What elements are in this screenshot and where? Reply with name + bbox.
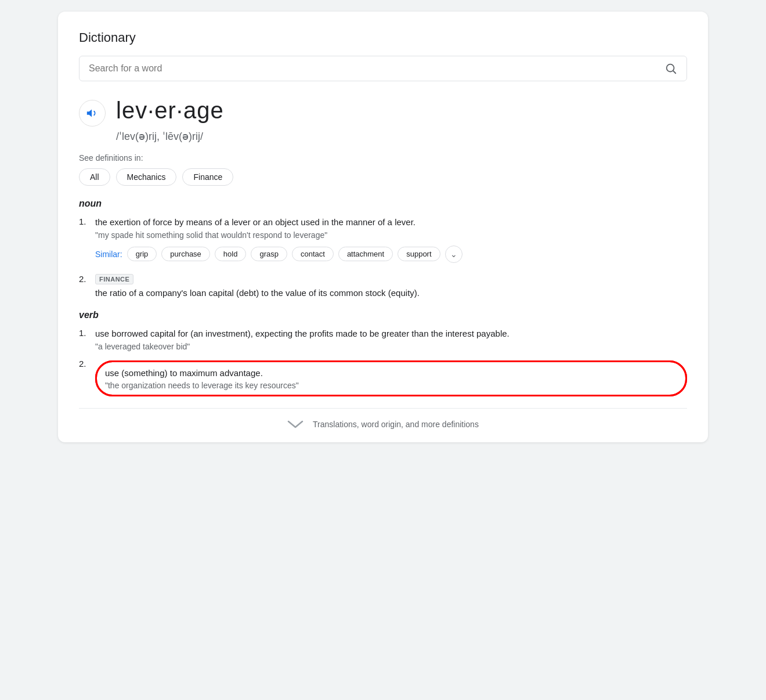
def-text-noun-2: the ratio of a company's loan capital (d… xyxy=(95,287,687,300)
def-text-verb-2: use (something) to maximum advantage. xyxy=(105,367,677,380)
footer-text: Translations, word origin, and more defi… xyxy=(313,420,479,429)
similar-grasp[interactable]: grasp xyxy=(251,247,287,261)
similar-support[interactable]: support xyxy=(398,247,440,261)
pronunciation: /ˈlev(ə)rij, ˈlēv(ə)rij/ xyxy=(116,130,687,143)
speaker-icon xyxy=(86,107,99,120)
verb-def-2: 2. use (something) to maximum advantage.… xyxy=(79,358,687,397)
verb-def-number-2: 2. xyxy=(79,358,91,369)
word-header: lev·er·age xyxy=(79,98,687,127)
def-number-1: 1. xyxy=(79,216,91,226)
pos-noun: noun xyxy=(79,199,687,209)
search-input[interactable] xyxy=(89,63,664,74)
def-example-noun-1: "my spade hit something solid that would… xyxy=(95,230,687,240)
def-content-1: the exertion of force by means of a leve… xyxy=(95,216,687,266)
verb-section: verb 1. use borrowed capital for (an inv… xyxy=(79,310,687,396)
dictionary-card: Dictionary lev·er·age /ˈlev(ə)rij, ˈlēv(… xyxy=(58,12,708,442)
def-text-verb-1: use borrowed capital for (an investment)… xyxy=(95,327,687,341)
noun-definitions: 1. the exertion of force by means of a l… xyxy=(79,216,687,300)
similar-hold[interactable]: hold xyxy=(215,247,247,261)
similar-expand-button[interactable]: ⌄ xyxy=(445,246,463,263)
verb-content-2: use (something) to maximum advantage. "t… xyxy=(95,358,687,397)
search-button[interactable] xyxy=(664,62,677,75)
def-example-verb-1: "a leveraged takeover bid" xyxy=(95,342,687,351)
finance-badge: FINANCE xyxy=(95,274,133,284)
svg-line-1 xyxy=(673,71,675,73)
similar-purchase[interactable]: purchase xyxy=(161,247,209,261)
footer-row[interactable]: Translations, word origin, and more defi… xyxy=(79,409,687,442)
noun-def-2: 2. FINANCE the ratio of a company's loan… xyxy=(79,273,687,300)
svg-point-0 xyxy=(667,64,674,72)
category-finance[interactable]: Finance xyxy=(182,168,233,186)
noun-section: noun 1. the exertion of force by means o… xyxy=(79,199,687,300)
def-content-2: FINANCE the ratio of a company's loan ca… xyxy=(95,273,687,300)
footer-chevron-icon xyxy=(287,419,303,430)
def-example-verb-2: "the organization needs to leverage its … xyxy=(105,381,677,390)
similar-label: Similar: xyxy=(95,250,122,259)
category-pills: All Mechanics Finance xyxy=(79,168,687,186)
verb-def-number-1: 1. xyxy=(79,327,91,338)
page-title: Dictionary xyxy=(79,30,687,45)
similar-grip[interactable]: grip xyxy=(127,247,157,261)
noun-def-1: 1. the exertion of force by means of a l… xyxy=(79,216,687,266)
verb-content-1: use borrowed capital for (an investment)… xyxy=(95,327,687,351)
similar-contact[interactable]: contact xyxy=(292,247,334,261)
category-all[interactable]: All xyxy=(79,168,110,186)
search-icon xyxy=(664,62,677,75)
svg-marker-2 xyxy=(87,110,92,117)
category-mechanics[interactable]: Mechanics xyxy=(116,168,177,186)
similar-row: Similar: grip purchase hold grasp contac… xyxy=(95,246,687,263)
verb-definitions: 1. use borrowed capital for (an investme… xyxy=(79,327,687,396)
highlighted-definition: use (something) to maximum advantage. "t… xyxy=(95,360,687,397)
verb-def-1: 1. use borrowed capital for (an investme… xyxy=(79,327,687,351)
speaker-button[interactable] xyxy=(79,100,106,127)
pos-verb: verb xyxy=(79,310,687,320)
search-bar xyxy=(79,56,687,81)
def-text-noun-1: the exertion of force by means of a leve… xyxy=(95,216,687,229)
similar-attachment[interactable]: attachment xyxy=(338,247,393,261)
see-definitions-label: See definitions in: xyxy=(79,153,687,163)
def-number-2: 2. xyxy=(79,273,91,284)
word-title: lev·er·age xyxy=(116,98,224,124)
